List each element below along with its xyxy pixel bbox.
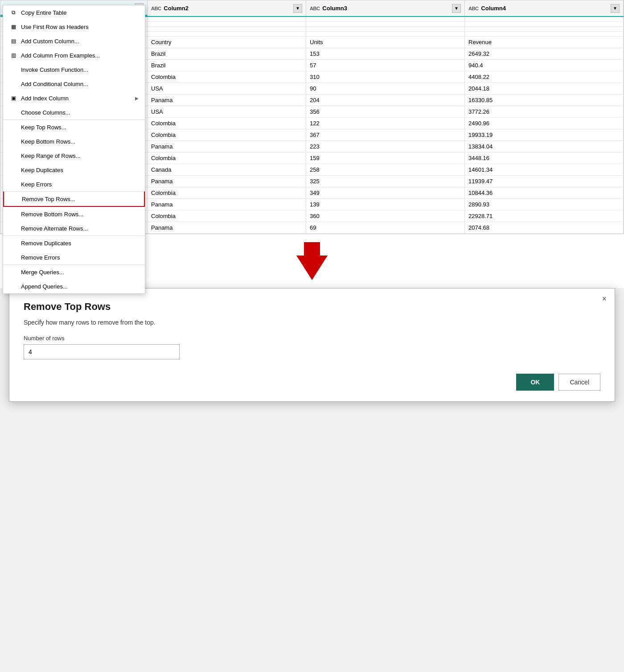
col3-dropdown[interactable]: ▼	[452, 4, 461, 13]
cell-col2	[148, 32, 306, 36]
col4-name: Column4	[481, 5, 608, 12]
menu-item-add-index[interactable]: ▣ Add Index Column ▶	[3, 91, 145, 105]
menu-item-remove-alternate-rows[interactable]: Remove Alternate Rows...	[3, 221, 145, 235]
cell-col4: 2074.68	[465, 222, 624, 233]
rows-field-label: Number of rows	[24, 335, 600, 342]
menu-item-keep-bottom-rows[interactable]: Keep Bottom Rows...	[3, 134, 145, 148]
cell-col4: 13834.04	[465, 141, 624, 152]
menu-label-keep-duplicates: Keep Duplicates	[21, 167, 139, 173]
cell-col3	[306, 32, 465, 36]
cell-col3: 360	[306, 210, 465, 222]
cell-col3: 122	[306, 118, 465, 129]
menu-label-remove-errors: Remove Errors	[21, 254, 139, 261]
cancel-button[interactable]: Cancel	[558, 374, 600, 391]
cell-col2: Brazil	[148, 60, 306, 71]
menu-item-append-queries[interactable]: Append Queries...	[3, 279, 145, 293]
menu-label-keep-errors: Keep Errors	[21, 181, 139, 188]
menu-item-remove-top-rows[interactable]: Remove Top Rows...	[3, 191, 145, 207]
menu-label-add-col-examples: Add Column From Examples...	[21, 52, 139, 59]
cell-col3: 69	[306, 222, 465, 233]
cell-col2: Panama	[148, 199, 306, 210]
menu-item-remove-errors[interactable]: Remove Errors	[3, 250, 145, 264]
menu-item-use-first-row[interactable]: ▦ Use First Row as Headers	[3, 20, 145, 34]
cell-col2: Colombia	[148, 187, 306, 198]
menu-item-choose-cols[interactable]: Choose Columns...	[3, 105, 145, 120]
ok-button[interactable]: OK	[516, 374, 554, 391]
menu-icon-choose-cols	[9, 108, 17, 116]
cell-col3: 204	[306, 95, 465, 106]
menu-icon-keep-top-rows	[9, 123, 17, 131]
col4-dropdown[interactable]: ▼	[611, 4, 620, 13]
dialog: × Remove Top Rows Specify how many rows …	[9, 288, 615, 402]
menu-label-remove-duplicates: Remove Duplicates	[21, 240, 139, 247]
menu-item-keep-errors[interactable]: Keep Errors	[3, 177, 145, 191]
cell-col4	[465, 32, 624, 36]
cell-col2: USA	[148, 83, 306, 94]
menu-item-remove-bottom-rows[interactable]: Remove Bottom Rows...	[3, 207, 145, 221]
menu-item-add-conditional[interactable]: Add Conditional Column...	[3, 77, 145, 91]
cell-col2	[148, 17, 306, 21]
menu-label-add-index: Add Index Column	[21, 95, 131, 102]
menu-label-keep-range-rows: Keep Range of Rows...	[21, 153, 139, 159]
menu-icon-keep-errors	[9, 180, 17, 188]
menu-icon-append-queries	[9, 282, 17, 290]
menu-label-invoke-function: Invoke Custom Function...	[21, 66, 139, 73]
cell-col2: Canada	[148, 164, 306, 175]
menu-label-remove-top-rows: Remove Top Rows...	[22, 196, 138, 202]
cell-col4: Revenue	[465, 37, 624, 48]
menu-arrow-add-index: ▶	[135, 96, 139, 101]
col-header-3[interactable]: ABC Column3 ▼	[306, 0, 465, 16]
cell-col4: 940.4	[465, 60, 624, 71]
menu-icon-use-first-row: ▦	[9, 23, 17, 31]
menu-item-invoke-function[interactable]: Invoke Custom Function...	[3, 62, 145, 77]
menu-item-keep-range-rows[interactable]: Keep Range of Rows...	[3, 148, 145, 163]
cell-col2: Panama	[148, 95, 306, 106]
dialog-close-button[interactable]: ×	[602, 295, 607, 303]
cell-col4: 11939.47	[465, 176, 624, 187]
menu-label-choose-cols: Choose Columns...	[21, 109, 139, 116]
col2-type-icon: ABC	[151, 6, 161, 11]
col-header-4[interactable]: ABC Column4 ▼	[465, 0, 624, 16]
menu-item-add-custom-col[interactable]: ▤ Add Custom Column...	[3, 34, 145, 48]
cell-col3: 159	[306, 153, 465, 164]
cell-col2: Panama	[148, 176, 306, 187]
menu-label-add-conditional: Add Conditional Column...	[21, 81, 139, 87]
context-menu[interactable]: ⧉ Copy Entire Table ▦ Use First Row as H…	[3, 5, 145, 294]
menu-item-copy-table[interactable]: ⧉ Copy Entire Table	[3, 5, 145, 20]
menu-item-keep-top-rows[interactable]: Keep Top Rows...	[3, 120, 145, 134]
cell-col4: 10844.36	[465, 187, 624, 198]
menu-icon-keep-duplicates	[9, 166, 17, 174]
cell-col4: 4408.22	[465, 71, 624, 82]
menu-item-add-col-examples[interactable]: ▥ Add Column From Examples...	[3, 48, 145, 62]
col-header-2[interactable]: ABC Column2 ▼	[148, 0, 306, 16]
table-area: ABC Column1 ▼ ABC Column2 ▼ ABC Column3 …	[0, 0, 624, 234]
cell-col3: 367	[306, 129, 465, 140]
cell-col2	[148, 27, 306, 31]
cell-col2: Colombia	[148, 71, 306, 82]
menu-icon-remove-top-rows	[10, 195, 18, 203]
cell-col3: 223	[306, 141, 465, 152]
menu-label-use-first-row: Use First Row as Headers	[21, 24, 139, 30]
cell-col3	[306, 22, 465, 26]
col3-type-icon: ABC	[310, 6, 320, 11]
cell-col3: 258	[306, 164, 465, 175]
menu-icon-add-index: ▣	[9, 94, 17, 102]
menu-label-append-queries: Append Queries...	[21, 283, 139, 290]
menu-item-merge-queries[interactable]: Merge Queries...	[3, 264, 145, 279]
cell-col4: 3772.26	[465, 106, 624, 117]
menu-icon-remove-errors	[9, 253, 17, 261]
col3-name: Column3	[322, 5, 449, 12]
menu-icon-copy-table: ⧉	[9, 8, 17, 16]
cell-col2: Colombia	[148, 210, 306, 222]
rows-input[interactable]	[24, 344, 180, 359]
cell-col3: Units	[306, 37, 465, 48]
cell-col2: Panama	[148, 141, 306, 152]
menu-icon-invoke-function	[9, 66, 17, 74]
col2-dropdown[interactable]: ▼	[293, 4, 302, 13]
cell-col2: Colombia	[148, 153, 306, 164]
cell-col2: Colombia	[148, 129, 306, 140]
menu-item-keep-duplicates[interactable]: Keep Duplicates	[3, 163, 145, 177]
cell-col2: Brazil	[148, 48, 306, 59]
menu-label-keep-top-rows: Keep Top Rows...	[21, 124, 139, 131]
menu-item-remove-duplicates[interactable]: Remove Duplicates	[3, 235, 145, 250]
